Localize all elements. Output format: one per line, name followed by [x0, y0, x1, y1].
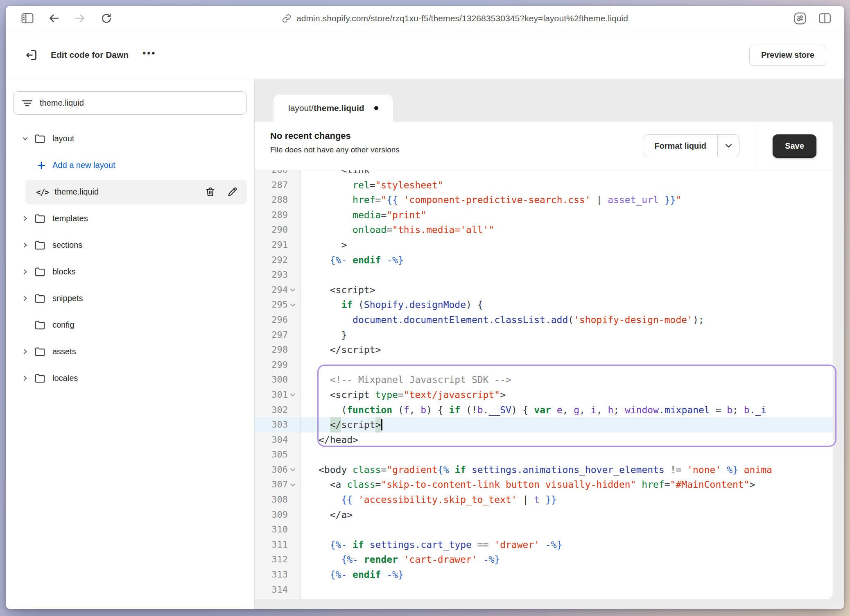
code-editor[interactable]: 286 <link287 rel="stylesheet"288 href="{…: [255, 170, 833, 599]
unsaved-changes-dot: [374, 106, 378, 110]
chevron-right-icon[interactable]: [19, 242, 31, 248]
code-line-302[interactable]: 302 (function (f, b) { if (!b.__SV) { va…: [255, 403, 833, 418]
code-line-297[interactable]: 297 }: [255, 328, 833, 343]
code-line-311[interactable]: 311 {%- if settings.cart_type == 'drawer…: [255, 537, 833, 553]
sidebar-item-add-a-new-layout[interactable]: Add a new layout: [13, 152, 247, 179]
format-liquid-button[interactable]: Format liquid: [643, 134, 718, 157]
exit-code-editor-icon[interactable]: [22, 46, 40, 64]
code-line-312[interactable]: 312 {%- render 'cart-drawer' -%}: [255, 552, 833, 567]
sidebar-item-locales[interactable]: locales: [13, 365, 247, 392]
sidebar-toggle-icon[interactable]: [16, 9, 38, 27]
code-line-287[interactable]: 287 rel="stylesheet": [255, 178, 833, 193]
code-line-301[interactable]: 301 <script type="text/javascript">: [255, 387, 833, 403]
delete-file-icon[interactable]: [205, 186, 216, 197]
code-line-289[interactable]: 289 media="print": [255, 208, 833, 223]
code-line-313[interactable]: 313 {%- endif -%}: [255, 567, 833, 582]
save-button[interactable]: Save: [773, 134, 816, 158]
sidebar-item-templates[interactable]: templates: [13, 205, 247, 232]
chevron-right-icon[interactable]: [19, 375, 31, 381]
gutter-line-number: 309: [255, 507, 301, 523]
gutter-line-number: 292: [255, 253, 301, 268]
format-liquid-split-button: Format liquid: [643, 134, 739, 157]
chevron-right-icon[interactable]: [19, 349, 31, 355]
code-line-text: <script type="text/javascript">: [301, 387, 506, 403]
code-line-text: onload="this.media='all'": [301, 222, 494, 238]
code-line-text: rel="stylesheet": [301, 178, 443, 193]
sidebar-item-config[interactable]: config: [13, 312, 247, 338]
code-line-310[interactable]: 310: [255, 522, 833, 537]
folder-label: blocks: [52, 267, 76, 276]
fold-chevron-icon[interactable]: [288, 477, 298, 492]
code-line-291[interactable]: 291 >: [255, 238, 833, 253]
sidebar-item-snippets[interactable]: snippets: [13, 285, 247, 312]
code-line-299[interactable]: 299: [255, 358, 833, 373]
code-line-300[interactable]: 300 <!-- Mixpanel Javascript SDK -->: [255, 372, 833, 387]
sidebar-item-sections[interactable]: sections: [13, 232, 247, 258]
gutter-line-number: 286: [255, 170, 301, 178]
more-actions-icon[interactable]: •••: [142, 49, 156, 61]
chevron-right-icon[interactable]: [19, 269, 31, 275]
address-bar[interactable]: admin.shopify.com/store/rzq1xu-f5/themes…: [121, 14, 789, 23]
format-options-chevron-icon[interactable]: [718, 134, 739, 157]
code-line-314[interactable]: 314: [255, 582, 833, 598]
status-title: No recent changes: [270, 131, 643, 141]
code-line-305[interactable]: 305: [255, 447, 833, 462]
folder-icon: [34, 320, 45, 330]
code-line-text: {%- if settings.cart_type == 'notificati…: [301, 597, 597, 599]
code-line-text: [301, 522, 319, 537]
fold-chevron-icon[interactable]: [288, 462, 298, 478]
chevron-down-icon[interactable]: [19, 136, 31, 142]
code-line-293[interactable]: 293: [255, 267, 833, 283]
gutter-line-number: 290: [255, 222, 301, 238]
fold-chevron-icon[interactable]: [288, 297, 298, 313]
sidebar-item-blocks[interactable]: blocks: [13, 258, 247, 285]
sidebar-item-theme-liquid[interactable]: </>theme.liquid: [13, 179, 247, 205]
fold-chevron-icon[interactable]: [288, 387, 298, 403]
file-search-input[interactable]: theme.liquid: [13, 91, 247, 115]
tab-layout-theme-liquid[interactable]: layout/theme.liquid: [274, 95, 393, 122]
code-line-307[interactable]: 307 <a class="skip-to-content-link butto…: [255, 477, 833, 492]
gutter-line-number: 295: [255, 297, 301, 313]
code-line-text: (function (f, b) { if (!b.__SV) { var e,…: [301, 403, 766, 418]
code-line-290[interactable]: 290 onload="this.media='all'": [255, 222, 833, 238]
rename-file-icon[interactable]: [227, 186, 238, 197]
preview-store-button[interactable]: Preview store: [749, 45, 826, 66]
sidebar-item-assets[interactable]: assets: [13, 338, 247, 365]
code-line-294[interactable]: 294 <script>: [255, 283, 833, 298]
sidebar-item-layout[interactable]: layout: [13, 125, 247, 152]
forward-icon[interactable]: [69, 9, 91, 27]
gutter-line-number: 310: [255, 522, 301, 537]
code-line-286[interactable]: 286 <link: [255, 170, 833, 178]
chevron-right-icon[interactable]: [19, 215, 31, 222]
back-icon[interactable]: [43, 9, 65, 27]
code-line-text: media="print": [301, 208, 426, 223]
page-settings-icon[interactable]: [793, 11, 807, 25]
chevron-right-icon[interactable]: [19, 295, 31, 301]
file-status-header: No recent changes File does not have any…: [255, 122, 833, 170]
code-line-304[interactable]: 304</head>: [255, 433, 833, 448]
code-line-306[interactable]: 306<body class="gradient{% if settings.a…: [255, 462, 833, 478]
fold-chevron-icon[interactable]: [288, 283, 298, 298]
gutter-line-number: 299: [255, 358, 301, 373]
folder-label: layout: [52, 134, 74, 143]
code-line-303[interactable]: 303 </script>: [255, 417, 833, 433]
code-line-308[interactable]: 308 {{ 'accessibility.skip_to_text' | t …: [255, 492, 833, 507]
gutter-line-number: 297: [255, 328, 301, 343]
code-line-292[interactable]: 292 {%- endif -%}: [255, 253, 833, 268]
selected-file-row[interactable]: </>theme.liquid: [25, 180, 247, 204]
tab-label: layout/theme.liquid: [288, 103, 364, 113]
gutter-line-number: 291: [255, 238, 301, 253]
reload-icon[interactable]: [95, 9, 117, 27]
code-line-315[interactable]: 315 {%- if settings.cart_type == 'notifi…: [255, 597, 833, 599]
code-line-298[interactable]: 298 </script>: [255, 342, 833, 358]
code-line-288[interactable]: 288 href="{{ 'component-predictive-searc…: [255, 192, 833, 208]
plus-icon: [37, 161, 46, 170]
search-value: theme.liquid: [40, 98, 84, 108]
gutter-line-number: 305: [255, 447, 301, 462]
gutter-line-number: 311: [255, 537, 301, 553]
code-line-295[interactable]: 295 if (Shopify.designMode) {: [255, 297, 833, 313]
split-view-icon[interactable]: [818, 13, 831, 24]
code-line-309[interactable]: 309 </a>: [255, 507, 833, 523]
browser-toolbar: admin.shopify.com/store/rzq1xu-f5/themes…: [6, 6, 844, 31]
code-line-296[interactable]: 296 document.documentElement.classList.a…: [255, 313, 833, 328]
